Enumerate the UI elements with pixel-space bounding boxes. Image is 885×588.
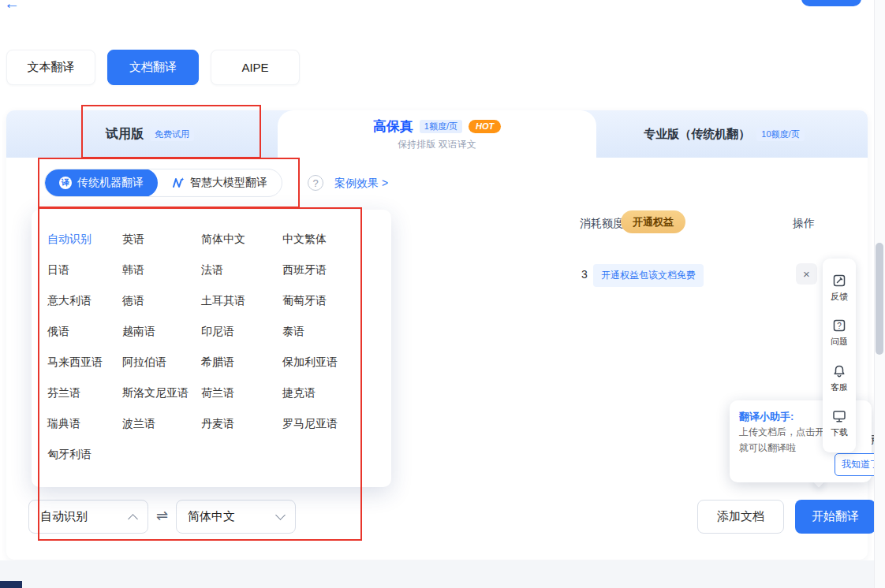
lang-option[interactable]: 韩语 [122,263,201,277]
hifi-quota-badge: 1额度/页 [420,120,462,133]
chevron-down-icon [275,510,286,520]
question-label: 问题 [831,336,848,348]
lang-option[interactable]: 英语 [122,233,201,247]
lang-option[interactable]: 意大利语 [47,294,122,308]
customer-service-label: 客服 [831,381,848,393]
download-button[interactable]: 下载 [831,408,848,438]
lang-option[interactable]: 瑞典语 [47,417,122,431]
lang-option[interactable]: 日语 [47,263,122,277]
lang-option[interactable]: 丹麦语 [201,417,282,431]
feedback-pen-icon [831,273,847,288]
hot-badge: HOT [469,120,501,133]
engine-ai-label: 智慧大模型翻译 [190,176,267,190]
feedback-label: 反馈 [831,291,848,303]
open-rights-button[interactable]: 开通权益 [621,210,685,233]
pro-quota-badge: 10额度/页 [756,128,804,141]
floating-side-toolbar: 反馈 ? 问题 客服 下载 [823,259,856,452]
lang-option[interactable]: 阿拉伯语 [122,355,201,370]
lang-option[interactable]: 土耳其语 [201,294,282,308]
plan-tab-trial[interactable]: 试用版 免费试用 [6,110,293,158]
lang-option[interactable]: 法语 [201,263,282,277]
language-dropdown-panel: 自动识别 英语 简体中文 中文繁体 日语 韩语 法语 西班牙语 意大利语 德语 … [32,210,391,487]
page-scrollbar[interactable] [874,0,885,588]
plan-tab-strip: 试用版 免费试用 高保真 1额度/页 HOT 保持排版 双语译文 专业版（传统机… [6,110,868,158]
download-monitor-icon [831,408,847,424]
svg-text:?: ? [837,322,842,330]
back-arrow-icon[interactable]: ← [4,0,20,13]
hifi-label: 高保真 [373,117,413,136]
add-document-button[interactable]: 添加文档 [697,500,784,534]
translate-icon: 译 [59,177,72,189]
lang-option[interactable]: 俄语 [47,325,122,339]
service-bell-icon [831,363,847,379]
source-language-select[interactable]: 自动识别 [28,500,148,534]
tab-doc-translate[interactable]: 文档翻译 [107,50,199,85]
question-icon: ? [831,318,847,333]
lang-option[interactable]: 自动识别 [47,233,122,247]
quota-column-header: 消耗额度 [580,217,624,231]
lang-option[interactable]: 马来西亚语 [47,355,122,370]
lang-option[interactable]: 希腊语 [201,355,282,370]
trial-label: 试用版 [106,126,144,143]
engine-toggle: 译 传统机器翻译 智慧大模型翻译 [44,169,282,197]
lang-option[interactable]: 荷兰语 [201,386,282,400]
lang-option[interactable]: 德语 [122,294,201,308]
screen: ← 文本翻译 文档翻译 AIPE 试用版 免费试用 高保真 1额度/页 HOT … [0,0,885,588]
engine-ai-button[interactable]: 智慧大模型翻译 [158,169,282,197]
top-right-button[interactable] [801,0,861,6]
ai-model-icon [172,177,185,189]
engine-traditional-label: 传统机器翻译 [77,176,144,190]
engine-traditional-button[interactable]: 译 传统机器翻译 [45,169,158,197]
hifi-title-row: 高保真 1额度/页 HOT [373,117,501,136]
lang-option[interactable]: 简体中文 [201,233,282,247]
lang-option[interactable]: 印尼语 [201,325,282,339]
lang-option[interactable]: 泰语 [282,325,391,339]
target-language-select[interactable]: 简体中文 [176,500,296,534]
doc-translate-panel: 试用版 免费试用 高保真 1额度/页 HOT 保持排版 双语译文 专业版（传统机… [6,110,868,560]
action-column-header: 操作 [793,217,815,231]
question-button[interactable]: ? 问题 [831,318,848,348]
swap-languages-icon[interactable]: ⇌ [156,507,168,524]
lang-option[interactable]: 葡萄牙语 [282,294,391,308]
page-bottom-strip [0,560,885,588]
lang-option[interactable]: 越南语 [122,325,201,339]
plan-tab-pro[interactable]: 专业版（传统机翻） 10额度/页 [581,110,868,158]
lang-option[interactable]: 斯洛文尼亚语 [122,386,201,400]
feedback-button[interactable]: 反馈 [831,273,848,303]
trial-badge: 免费试用 [150,128,194,141]
lang-option[interactable]: 捷克语 [282,386,391,400]
case-examples-link[interactable]: 案例效果 > [334,177,388,191]
lang-option[interactable]: 罗马尼亚语 [282,417,391,431]
tab-text-translate[interactable]: 文本翻译 [6,50,95,85]
tab-aipe[interactable]: AIPE [211,50,300,85]
lang-option[interactable]: 西班牙语 [282,263,391,277]
row-free-note-link[interactable]: 开通权益包该文档免费 [593,264,704,287]
start-translate-button[interactable]: 开始翻译 [795,500,876,534]
pro-label: 专业版（传统机翻） [644,127,750,142]
help-icon[interactable]: ? [308,175,323,191]
scrollbar-thumb[interactable] [876,243,883,355]
lang-option[interactable]: 芬兰语 [47,386,122,400]
plan-tab-hifi[interactable]: 高保真 1额度/页 HOT 保持排版 双语译文 [293,110,581,158]
target-language-value: 简体中文 [188,509,235,524]
lang-option[interactable]: 匈牙利语 [47,448,122,462]
chevron-up-icon [128,514,138,524]
download-label: 下载 [831,426,848,438]
lang-option[interactable]: 波兰语 [122,417,201,431]
row-remove-button[interactable]: × [796,263,817,285]
hifi-subtitle: 保持排版 双语译文 [398,138,476,151]
lang-option[interactable]: 保加利亚语 [282,355,391,370]
bottom-left-footer-chip [0,581,22,588]
row-quota-value: 3 [581,268,588,281]
customer-service-button[interactable]: 客服 [831,363,848,393]
source-language-value: 自动识别 [40,509,88,524]
lang-option[interactable]: 中文繁体 [282,233,391,247]
